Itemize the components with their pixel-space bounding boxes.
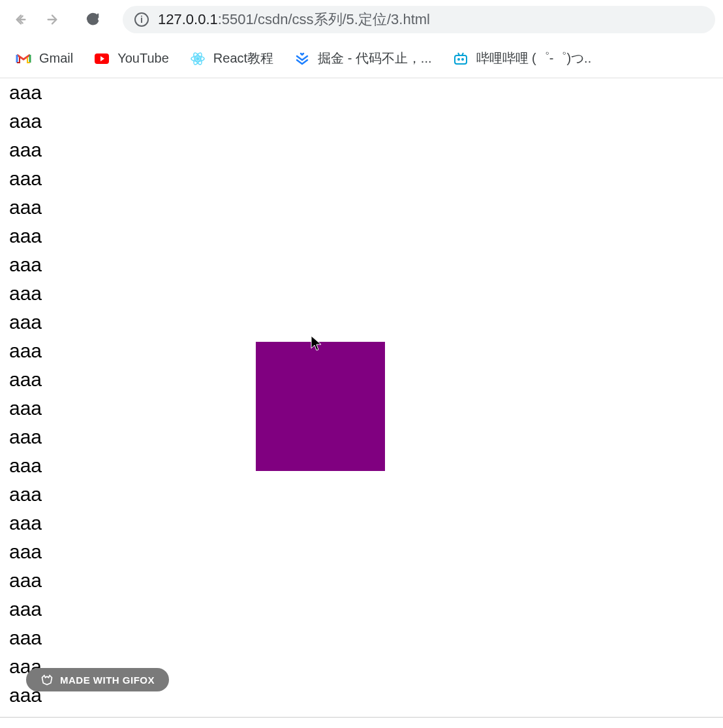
text-line: aaa <box>9 308 714 337</box>
reload-icon <box>85 12 100 27</box>
bookmark-gmail[interactable]: Gmail <box>16 51 73 67</box>
text-line: aaa <box>9 222 714 250</box>
bookmark-youtube[interactable]: YouTube <box>94 51 169 67</box>
text-line: aaa <box>9 509 714 538</box>
text-line: aaa <box>9 595 714 624</box>
svg-point-7 <box>458 59 459 60</box>
browser-toolbar: i 127.0.0.1:5501/csdn/css系列/5.定位/3.html <box>0 0 723 39</box>
youtube-icon <box>94 51 110 67</box>
fixed-box <box>256 342 385 471</box>
back-arrow-icon <box>14 12 28 27</box>
site-info-icon[interactable]: i <box>134 12 149 27</box>
url-port: :5501 <box>218 11 254 27</box>
gifox-icon <box>40 673 54 686</box>
bookmark-label: YouTube <box>117 51 169 66</box>
svg-rect-6 <box>455 55 467 64</box>
bookmark-label: 掘金 - 代码不止，... <box>318 50 431 67</box>
text-line: aaa <box>9 164 714 193</box>
text-line: aaa <box>9 480 714 509</box>
juejin-icon <box>294 51 310 67</box>
gmail-icon <box>16 51 31 67</box>
react-icon <box>190 51 206 67</box>
address-bar[interactable]: i 127.0.0.1:5501/csdn/css系列/5.定位/3.html <box>123 6 715 33</box>
bookmark-react[interactable]: React教程 <box>190 50 273 67</box>
bookmark-label: Gmail <box>39 51 73 66</box>
bilibili-icon <box>453 51 469 67</box>
gifox-badge: MADE WITH GIFOX <box>26 668 169 691</box>
svg-point-8 <box>462 59 463 60</box>
page-content: aaaaaaaaaaaaaaaaaaaaaaaaaaaaaaaaaaaaaaaa… <box>0 78 723 728</box>
bookmarks-bar: Gmail YouTube React教程 掘金 - 代码不止，... 哔哩哔哩… <box>0 39 723 78</box>
forward-button[interactable] <box>39 7 65 33</box>
text-line: aaa <box>9 624 714 652</box>
text-line: aaa <box>9 107 714 136</box>
text-line: aaa <box>9 78 714 107</box>
text-line: aaa <box>9 566 714 595</box>
bookmark-label: React教程 <box>213 50 273 67</box>
back-button[interactable] <box>8 7 34 33</box>
reload-button[interactable] <box>80 7 106 33</box>
text-line: aaa <box>9 250 714 279</box>
url-path: /csdn/css系列/5.定位/3.html <box>254 11 430 27</box>
url-host: 127.0.0.1 <box>158 11 218 27</box>
text-line: aaa <box>9 538 714 566</box>
svg-point-2 <box>196 57 199 60</box>
text-line: aaa <box>9 136 714 164</box>
forward-arrow-icon <box>45 12 59 27</box>
bookmark-label: 哔哩哔哩 (゜-゜)つ.. <box>476 50 592 67</box>
text-line: aaa <box>9 193 714 222</box>
url-text: 127.0.0.1:5501/csdn/css系列/5.定位/3.html <box>158 10 430 29</box>
bottom-divider <box>0 717 723 718</box>
text-line: aaa <box>9 279 714 308</box>
bookmark-juejin[interactable]: 掘金 - 代码不止，... <box>294 50 431 67</box>
gifox-label: MADE WITH GIFOX <box>60 675 155 686</box>
bookmark-bilibili[interactable]: 哔哩哔哩 (゜-゜)つ.. <box>453 50 592 67</box>
